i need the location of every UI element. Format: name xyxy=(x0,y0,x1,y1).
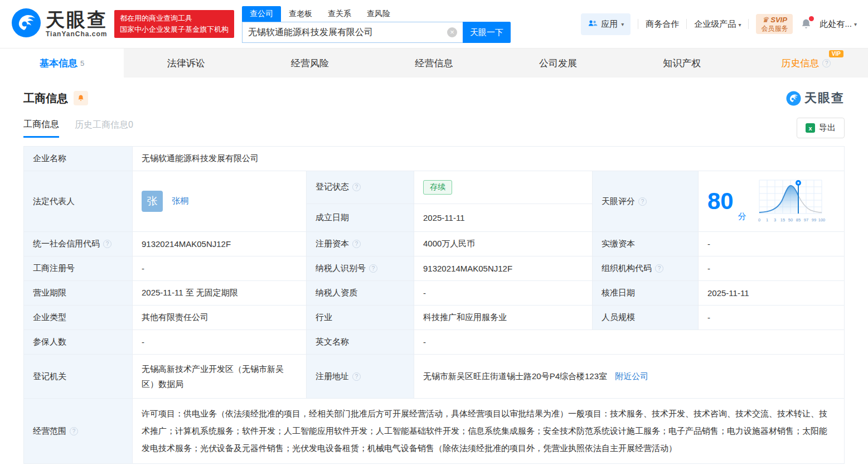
tab-operational-risk[interactable]: 经营风险 xyxy=(248,49,372,78)
logo-text: 天眼查 xyxy=(46,10,108,29)
search-input[interactable] xyxy=(248,27,447,37)
help-icon[interactable]: ? xyxy=(352,240,361,248)
table-row: 参保人数 - 英文名称 - xyxy=(24,330,845,355)
svg-text:99: 99 xyxy=(812,217,816,222)
score-unit: 分 xyxy=(738,211,746,222)
tab-history-info[interactable]: 历史信息 ? VIP xyxy=(744,49,868,78)
promo-banner: 都在用的商业查询工具 国家中小企业发展子基金旗下机构 xyxy=(114,10,234,38)
site-header: 天眼查 TianYanCha.com 都在用的商业查询工具 国家中小企业发展子基… xyxy=(0,0,868,48)
status-badge: 存续 xyxy=(423,180,452,195)
top-nav: 应用 ▾ 商务合作 企业级产品 ▾ ♛ SVIP 会员服务 此处有... ▾ xyxy=(581,13,857,35)
company-type-label: 企业类型 xyxy=(24,306,133,330)
industry-value: 科技推广和应用服务业 xyxy=(414,306,593,330)
search-tab-company[interactable]: 查公司 xyxy=(242,6,281,22)
paid-capital-value: - xyxy=(699,232,845,256)
table-row: 企业类型 其他有限责任公司 行业 科技推广和应用服务业 人员规模 - xyxy=(24,306,845,330)
nav-enterprise-products[interactable]: 企业级产品 ▾ xyxy=(694,19,741,30)
company-name-label: 企业名称 xyxy=(24,147,133,171)
company-name-value: 无锡软通能源科技发展有限公司 xyxy=(133,147,845,171)
table-row: 统一社会信用代码? 91320214MAK05NJ12F 注册资本? 4000万… xyxy=(24,232,845,256)
table-row: 营业期限 2025-11-11 至 无固定期限 纳税人资质 - 核准日期 202… xyxy=(24,281,845,306)
search-tab-boss[interactable]: 查老板 xyxy=(281,6,320,22)
help-icon[interactable]: ? xyxy=(70,427,78,435)
score-number: 80 xyxy=(707,190,734,213)
tab-legal-proceedings[interactable]: 法律诉讼 xyxy=(124,49,248,78)
reg-status-value: 存续 xyxy=(414,171,593,204)
table-row: 工商注册号 - 纳税人识别号? 91320214MAK05NJ12F 组织机构代… xyxy=(24,256,845,281)
taxpayer-quality-label: 纳税人资质 xyxy=(307,281,414,306)
svg-text:0: 0 xyxy=(758,217,760,222)
tab-count: 5 xyxy=(80,59,84,67)
clear-search-icon[interactable]: × xyxy=(447,27,457,37)
business-term-label: 营业期限 xyxy=(24,281,133,306)
notification-bell-icon[interactable] xyxy=(800,18,812,30)
legal-rep-label: 法定代表人 xyxy=(24,171,133,232)
org-code-label: 组织机构代码? xyxy=(593,256,699,281)
tab-basic-info[interactable]: 基本信息 5 xyxy=(0,49,124,78)
promo-line2: 国家中小企业发展子基金旗下机构 xyxy=(120,24,229,35)
help-icon[interactable]: ? xyxy=(103,240,111,248)
chart-x-axis: 0 1 3 15 50 85 97 99 100 xyxy=(758,217,825,222)
help-icon[interactable]: ? xyxy=(369,264,377,273)
nav-business-cooperation[interactable]: 商务合作 xyxy=(646,19,679,30)
tab-intellectual-property[interactable]: 知识产权 xyxy=(620,49,744,78)
watermark-logo: 天眼查 xyxy=(786,90,845,106)
registration-info-table: 企业名称 无锡软通能源科技发展有限公司 法定代表人 张 张桐 登记状态? 存续 … xyxy=(23,146,845,464)
credit-code-label: 统一社会信用代码? xyxy=(24,232,133,256)
svg-text:15: 15 xyxy=(780,217,785,222)
legal-rep-link[interactable]: 张桐 xyxy=(172,196,188,205)
approval-date-label: 核准日期 xyxy=(593,281,699,306)
username: 此处有... xyxy=(819,19,852,30)
search-tab-risk[interactable]: 查风险 xyxy=(359,6,398,22)
approval-date-value: 2025-11-11 xyxy=(699,281,845,306)
tab-business-info[interactable]: 经营信息 xyxy=(372,49,496,78)
excel-icon: x xyxy=(806,123,815,133)
help-icon[interactable]: ? xyxy=(352,183,361,191)
company-tab-bar: 基本信息 5 法律诉讼 经营风险 经营信息 公司发展 知识产权 历史信息 ? V… xyxy=(0,48,868,78)
crown-icon: ♛ xyxy=(762,16,769,24)
legal-rep-value: 张 张桐 xyxy=(133,171,307,232)
subtab-business-registration[interactable]: 工商信息 xyxy=(23,119,59,138)
divider xyxy=(748,19,749,29)
tianyancha-logo[interactable]: 天眼查 TianYanCha.com xyxy=(11,8,108,40)
help-icon: ? xyxy=(822,59,831,67)
svip-membership-badge[interactable]: ♛ SVIP 会员服务 xyxy=(756,14,793,34)
staff-size-label: 人员规模 xyxy=(593,306,699,330)
staff-size-value: - xyxy=(699,306,845,330)
reg-capital-label: 注册资本? xyxy=(307,232,414,256)
tab-company-development[interactable]: 公司发展 xyxy=(496,49,620,78)
industry-label: 行业 xyxy=(307,306,414,330)
svg-text:3: 3 xyxy=(774,217,776,222)
chevron-down-icon: ▾ xyxy=(621,21,624,27)
nearby-companies-link[interactable]: 附近公司 xyxy=(615,371,648,381)
promo-line1: 都在用的商业查询工具 xyxy=(120,13,229,24)
chevron-down-icon: ▾ xyxy=(738,22,741,28)
subscribe-bell-icon[interactable] xyxy=(74,91,88,105)
taxpayer-id-value: 91320214MAK05NJ12F xyxy=(414,256,593,281)
business-scope-label: 经营范围? xyxy=(24,399,133,464)
user-menu[interactable]: 此处有... ▾ xyxy=(819,19,857,30)
svg-text:50: 50 xyxy=(788,217,793,222)
notification-dot xyxy=(809,16,814,21)
reg-capital-value: 4000万人民币 xyxy=(414,232,593,256)
watermark-logo-icon xyxy=(786,91,801,106)
business-term-value: 2025-11-11 至 无固定期限 xyxy=(133,281,307,306)
company-type-value: 其他有限责任公司 xyxy=(133,306,307,330)
apps-icon xyxy=(588,18,598,30)
legal-rep-avatar[interactable]: 张 xyxy=(142,191,163,212)
help-icon[interactable]: ? xyxy=(655,264,663,273)
export-button[interactable]: x 导出 xyxy=(797,118,845,138)
subtab-history-registration[interactable]: 历史工商信息0 xyxy=(75,119,133,137)
search-button[interactable]: 天眼一下 xyxy=(463,22,511,43)
tyc-score-value: 80 分 xyxy=(699,171,845,232)
help-icon[interactable]: ? xyxy=(352,372,361,381)
insured-count-label: 参保人数 xyxy=(24,330,133,355)
search-tab-relation[interactable]: 查关系 xyxy=(320,6,359,22)
search-tabs: 查公司 查老板 查关系 查风险 xyxy=(242,5,511,22)
svg-text:100: 100 xyxy=(818,217,825,222)
vip-badge: VIP xyxy=(829,50,843,57)
help-icon[interactable]: ? xyxy=(638,197,647,206)
reg-authority-label: 登记机关 xyxy=(24,355,133,399)
apps-menu-button[interactable]: 应用 ▾ xyxy=(581,13,631,35)
reg-authority-value: 无锡高新技术产业开发区（无锡市新吴区）数据局 xyxy=(133,355,307,399)
